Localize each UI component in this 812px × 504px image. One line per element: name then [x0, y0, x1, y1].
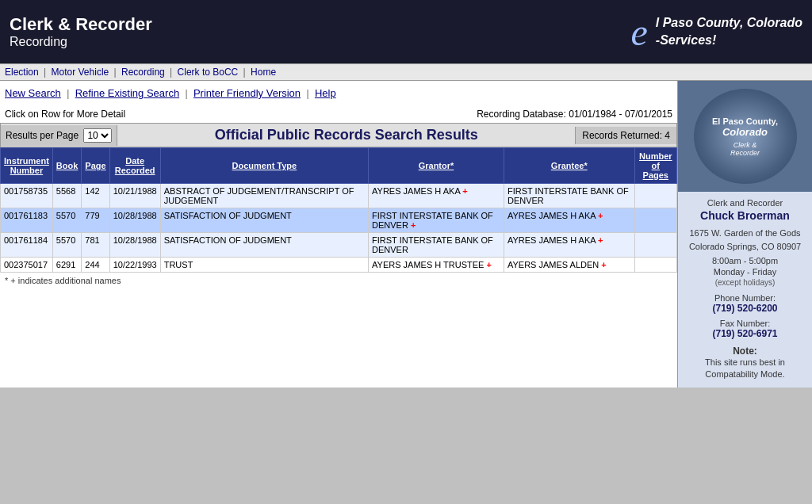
sidebar-address-line2: Colorado Springs, CO 80907	[684, 240, 806, 254]
help-link[interactable]: Help	[315, 87, 336, 99]
click-message: Click on Row for More Detail	[5, 109, 125, 120]
sidebar-person-name: Chuck Broerman	[684, 209, 806, 222]
page-header: Clerk & Recorder Recording e l Paso Coun…	[0, 0, 812, 63]
printer-friendly-link[interactable]: Printer Friendly Version	[193, 87, 301, 99]
col-grantee[interactable]: Grantee*	[504, 148, 634, 184]
navigation-bar: Election | Motor Vehicle | Recording | C…	[0, 63, 812, 81]
site-title: Clerk & Recorder	[10, 14, 152, 35]
sidebar-logo: El Paso County, Colorado Clerk & Recorde…	[678, 81, 812, 192]
e-logo-icon: e	[630, 10, 647, 54]
sidebar-hours: 8:00am - 5:00pm	[684, 256, 806, 265]
table-row[interactable]: 002375017629124410/22/1993TRUSTAYERS JAM…	[1, 258, 677, 273]
nav-divider-4: |	[243, 67, 246, 78]
nav-clerk-to-bocc[interactable]: Clerk to BoCC	[178, 67, 239, 78]
search-links-bar: New Search | Refine Existing Search | Pr…	[0, 81, 677, 105]
sidebar-address: 1675 W. Garden of the Gods Colorado Spri…	[684, 227, 806, 253]
sidebar: El Paso County, Colorado Clerk & Recorde…	[677, 81, 812, 388]
sidebar-hours-note: (except holidays)	[684, 278, 806, 287]
table-row[interactable]: 001761183557077910/28/1988SATISFACTION O…	[1, 208, 677, 233]
sidebar-note-label: Note:	[684, 346, 806, 357]
nav-divider-2: |	[114, 67, 117, 78]
county-seal: El Paso County, Colorado Clerk & Recorde…	[694, 89, 797, 184]
sidebar-info: Clerk and Recorder Chuck Broerman 1675 W…	[678, 192, 812, 388]
new-search-link[interactable]: New Search	[5, 87, 61, 99]
nav-recording[interactable]: Recording	[121, 67, 165, 78]
county-text: l Paso County, Colorado -Services!	[656, 14, 802, 50]
nav-motor-vehicle[interactable]: Motor Vehicle	[52, 67, 109, 78]
col-instrument-number[interactable]: InstrumentNumber	[1, 148, 53, 184]
results-per-page-label: Results per Page	[6, 130, 79, 141]
nav-divider-1: |	[44, 67, 46, 78]
nav-election[interactable]: Election	[5, 67, 39, 78]
sidebar-org-name: Clerk and Recorder	[684, 198, 806, 208]
sidebar-note-text: This site runs best in Compatability Mod…	[684, 357, 806, 381]
records-returned: Records Returned: 4	[575, 127, 676, 144]
results-per-page-control: Results per Page 10 25 50	[1, 125, 117, 146]
records-returned-value: 4	[665, 130, 670, 141]
table-footnote: * + indicates additional names	[0, 273, 677, 288]
results-header-bar: Results per Page 10 25 50 Official Publi…	[0, 123, 677, 147]
refine-search-link[interactable]: Refine Existing Search	[75, 87, 180, 99]
results-per-page-select[interactable]: 10 25 50	[83, 128, 112, 143]
table-header-row: InstrumentNumber Book Page DateRecorded …	[1, 148, 677, 184]
col-number-of-pages[interactable]: Numberof Pages	[634, 148, 676, 184]
sidebar-days: Monday - Friday	[684, 267, 806, 277]
header-logo-block: e l Paso County, Colorado -Services!	[630, 10, 802, 54]
nav-divider-3: |	[170, 67, 172, 78]
db-range: Recording Database: 01/01/1984 - 07/01/2…	[477, 109, 672, 120]
sidebar-fax-label: Fax Number:	[684, 319, 806, 328]
site-subtitle: Recording	[10, 35, 152, 49]
col-grantor[interactable]: Grantor*	[369, 148, 504, 184]
sidebar-phone-num: (719) 520-6200	[684, 303, 806, 314]
header-title-block: Clerk & Recorder Recording	[10, 14, 152, 49]
col-document-type[interactable]: Document Type	[160, 148, 368, 184]
col-page[interactable]: Page	[82, 148, 109, 184]
col-book[interactable]: Book	[52, 148, 82, 184]
table-row[interactable]: 001761184557078110/28/1988SATISFACTION O…	[1, 233, 677, 258]
nav-home[interactable]: Home	[251, 67, 276, 78]
col-date-recorded[interactable]: DateRecorded	[109, 148, 160, 184]
main-layout: New Search | Refine Existing Search | Pr…	[0, 81, 812, 388]
results-title: Official Public Records Search Results	[117, 124, 575, 147]
sidebar-fax-num: (719) 520-6971	[684, 328, 806, 339]
sidebar-address-line1: 1675 W. Garden of the Gods	[684, 227, 806, 240]
results-table: InstrumentNumber Book Page DateRecorded …	[0, 147, 677, 273]
records-returned-label: Records Returned:	[582, 130, 662, 141]
database-info: Click on Row for More Detail Recording D…	[0, 105, 677, 123]
table-row[interactable]: 001758735556814210/21/1988ABSTRACT OF JU…	[1, 184, 677, 208]
sidebar-phone-label: Phone Number:	[684, 293, 806, 303]
content-area: New Search | Refine Existing Search | Pr…	[0, 81, 677, 388]
